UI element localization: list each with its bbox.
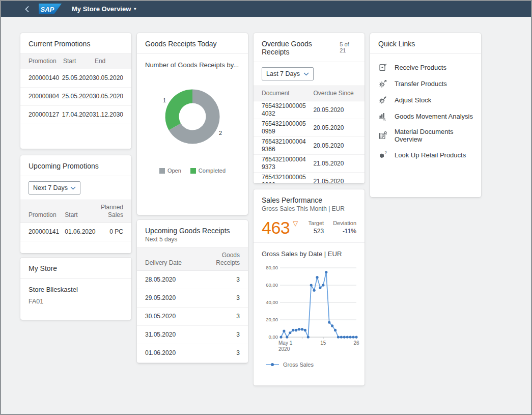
- table-row[interactable]: 28.05.20203: [137, 271, 248, 289]
- quick-link-adjust-stock[interactable]: Adjust Stock: [370, 92, 481, 108]
- store-name: Store Blieskastel: [29, 286, 123, 293]
- data-point[interactable]: [349, 336, 352, 338]
- table-row[interactable]: 20000014101.06.20200 PC: [20, 223, 131, 241]
- table-cell: 3: [200, 276, 240, 284]
- table-cell: 0 PC: [100, 228, 124, 236]
- data-point[interactable]: [292, 329, 294, 331]
- my-store-content[interactable]: Store Blieskastel FA01: [20, 279, 131, 312]
- data-point[interactable]: [352, 336, 354, 338]
- overdue-filter-select[interactable]: Last 7 Days: [262, 67, 314, 80]
- table-row[interactable]: 7654321000005096621.05.2020: [254, 173, 365, 183]
- trend-down-icon: ▽: [293, 219, 298, 227]
- table-cell: 21.05.2020: [313, 160, 356, 168]
- quick-link-transfer-products[interactable]: Transfer Products: [370, 75, 481, 92]
- data-point[interactable]: [328, 321, 330, 324]
- table-cell: 3: [200, 313, 240, 320]
- donut-slice-value: 2: [219, 130, 222, 136]
- line-chart-legend: Gross Sales: [254, 358, 365, 368]
- table-row[interactable]: 29.05.20203: [137, 289, 248, 308]
- table-row[interactable]: 7654321000005403220.05.2020: [254, 101, 365, 119]
- table-row[interactable]: 7654321000004937321.05.2020: [254, 155, 365, 173]
- target-value: 523: [309, 228, 324, 235]
- data-point[interactable]: [322, 284, 324, 286]
- table-row[interactable]: 7654321000004936620.05.2020: [254, 137, 365, 155]
- column-header: Goods Receipts: [200, 252, 240, 267]
- data-point[interactable]: [283, 330, 285, 333]
- quick-link-look-up-retail-products[interactable]: ?Look Up Retail Products: [370, 147, 481, 163]
- table-cell: 20.05.2020: [313, 142, 356, 150]
- data-point[interactable]: [355, 336, 357, 338]
- data-point[interactable]: [337, 336, 340, 338]
- select-value: Last 7 Days: [266, 70, 300, 77]
- data-point[interactable]: [286, 336, 288, 338]
- card-current-promotions: Current Promotions Promotion Start End 2…: [20, 33, 131, 149]
- table-cell: 28.05.2020: [145, 276, 200, 284]
- data-point[interactable]: [295, 329, 297, 331]
- card-header: My Store: [20, 258, 131, 279]
- data-point[interactable]: [334, 329, 337, 331]
- quick-link-material-documents-overview[interactable]: Material Documents Overview: [370, 124, 481, 147]
- card-header: Current Promotions: [20, 33, 131, 53]
- sap-logo-text: SAP: [41, 6, 54, 13]
- data-point[interactable]: [307, 336, 310, 338]
- line-chart-title: Gross Sales by Date | EUR: [254, 243, 365, 258]
- data-point[interactable]: [343, 336, 346, 338]
- card-header: Sales Performance: [254, 189, 365, 205]
- look-up-retail-products-icon: ?: [378, 150, 387, 159]
- card-title: Overdue Goods Receipts: [262, 40, 340, 56]
- table-cell: 76543210000050966: [262, 174, 313, 183]
- table-row[interactable]: 20000014025.05.202030.05.2020: [20, 69, 131, 88]
- data-point[interactable]: [340, 336, 343, 338]
- table-row[interactable]: 20000012717.04.202031.12.2030: [20, 106, 131, 124]
- data-point[interactable]: [325, 271, 327, 273]
- card-header: Upcoming Promotions: [20, 155, 131, 176]
- table-cell: 29.05.2020: [145, 294, 200, 302]
- data-point[interactable]: [301, 328, 303, 330]
- data-point[interactable]: [346, 336, 349, 338]
- table-cell: 200000127: [29, 111, 62, 119]
- data-point[interactable]: [279, 336, 282, 338]
- data-point[interactable]: [331, 324, 333, 327]
- upcoming-promotions-filter-select[interactable]: Next 7 Days: [29, 181, 80, 195]
- table-cell: 76543210000049366: [262, 138, 313, 153]
- column-header: Document: [262, 90, 313, 97]
- column-header: Start: [65, 211, 99, 219]
- data-point[interactable]: [310, 284, 313, 286]
- data-point[interactable]: [319, 287, 321, 289]
- kpi-block: 463 ▽ Target 523 Deviation -11%: [254, 217, 365, 242]
- data-point[interactable]: [304, 329, 306, 331]
- column-header: Planned Sales: [100, 204, 124, 219]
- card-header: Quick Links: [370, 33, 481, 54]
- table-cell: 31.12.2030: [93, 111, 123, 119]
- quick-link-receive-products[interactable]: Receive Products: [370, 59, 481, 75]
- data-point[interactable]: [298, 328, 300, 330]
- card-title: Quick Links: [378, 40, 415, 48]
- quick-link-goods-movement-analysis[interactable]: Goods Movement Analysis: [370, 108, 481, 124]
- app-title[interactable]: My Store Overview ▾: [72, 5, 136, 13]
- deviation-label: Deviation: [333, 220, 356, 226]
- data-point[interactable]: [316, 276, 318, 279]
- back-button[interactable]: [23, 5, 31, 14]
- table-row[interactable]: 20000080425.05.202030.05.2020: [20, 88, 131, 106]
- table-row[interactable]: 7654321000005095920.05.2020: [254, 119, 365, 137]
- line-series-marker: [266, 363, 279, 367]
- column-header: Delivery Date: [145, 259, 200, 267]
- data-point[interactable]: [313, 289, 316, 292]
- table-cell: 3: [200, 349, 240, 357]
- x-tick-label: May 1: [278, 340, 293, 346]
- column-4: Quick Links Receive ProductsTransfer Pro…: [370, 33, 481, 197]
- donut-slice-completed[interactable]: [172, 96, 192, 127]
- goods-receipts-donut-chart: 21: [137, 78, 248, 162]
- y-tick-label: 20,00: [266, 317, 278, 322]
- quick-link-label: Material Documents Overview: [395, 128, 473, 143]
- table-header: Promotion Start Planned Sales: [20, 200, 131, 223]
- legend-label: Open: [167, 168, 181, 174]
- legend-item-completed: Completed: [190, 168, 226, 174]
- back-icon: [24, 6, 30, 13]
- table-row[interactable]: 01.06.20203: [137, 344, 248, 363]
- donut-chart-svg: 21: [145, 78, 240, 162]
- data-point[interactable]: [289, 331, 291, 334]
- table-row[interactable]: 31.05.20203: [137, 326, 248, 344]
- card-title: Upcoming Goods Receipts: [145, 227, 230, 235]
- table-row[interactable]: 30.05.20203: [137, 308, 248, 326]
